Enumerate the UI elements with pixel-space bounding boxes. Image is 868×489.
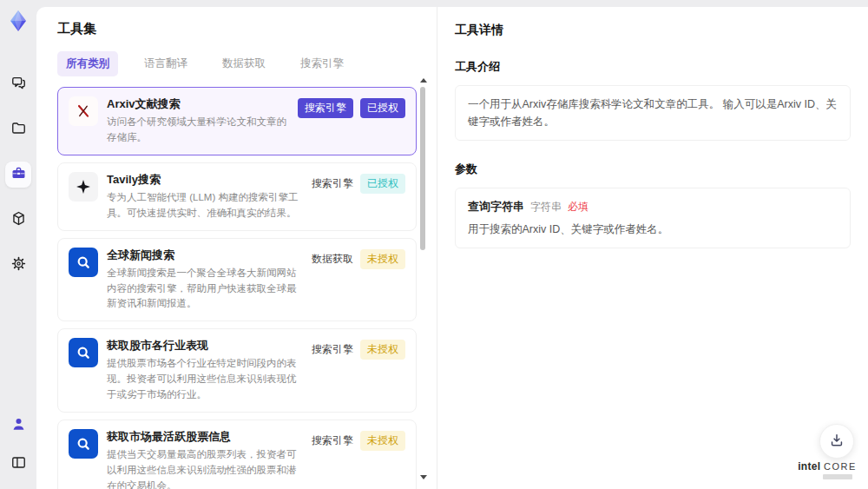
toolbox-icon — [10, 165, 27, 184]
param-type: 字符串 — [530, 200, 562, 215]
tool-details-title: 工具详情 — [455, 23, 851, 38]
tavily-star-icon — [69, 172, 98, 202]
tool-desc: 全球新闻搜索是一个聚合全球各大新闻网站内容的搜索引擎，帮助用户快速获取全球最新资… — [107, 266, 303, 312]
param-name: 查询字符串 — [468, 199, 524, 215]
tool-list-panel: 工具集 所有类别 语言翻译 数据获取 搜索引擎 Arxiv文献搜索 访问各个研究… — [36, 7, 437, 489]
tab-language-translation[interactable]: 语言翻译 — [135, 51, 196, 76]
package-icon — [10, 210, 27, 229]
sidebar-item-profile[interactable] — [5, 413, 31, 439]
tab-search-engine[interactable]: 搜索引擎 — [292, 51, 352, 76]
tool-name: 获取市场最活跃股票信息 — [107, 429, 303, 445]
params-section-title: 参数 — [455, 162, 851, 177]
category-tag: 搜索引擎 — [312, 431, 353, 451]
sidebar-item-settings[interactable] — [5, 252, 31, 278]
category-tag: 搜索引擎 — [312, 174, 353, 194]
tool-desc: 访问各个研究领域大量科学论文和文章的存储库。 — [107, 115, 289, 146]
tool-desc: 提供股票市场各个行业在特定时间段内的表现。投资者可以利用这些信息来识别表现优于或… — [107, 356, 303, 402]
status-badge: 未授权 — [360, 340, 405, 360]
category-tag: 数据获取 — [312, 249, 353, 269]
tool-card-tavily[interactable]: Tavily搜索 专为人工智能代理 (LLM) 构建的搜索引擎工具。可快速提供实… — [57, 162, 417, 231]
tool-list: Arxiv文献搜索 访问各个研究领域大量科学论文和文章的存储库。 搜索引擎 已授… — [57, 87, 417, 489]
category-tag: 搜索引擎 — [312, 340, 353, 360]
intro-section-title: 工具介绍 — [455, 59, 851, 75]
list-scrollbar[interactable] — [419, 78, 426, 479]
category-tag: 搜索引擎 — [298, 98, 353, 118]
news-search-icon — [69, 248, 98, 277]
tool-card-global-news[interactable]: 全球新闻搜索 全球新闻搜索是一个聚合全球各大新闻网站内容的搜索引擎，帮助用户快速… — [57, 238, 417, 322]
download-button[interactable] — [819, 424, 854, 459]
sidebar-item-chat[interactable] — [5, 71, 31, 97]
content-card: 工具集 所有类别 语言翻译 数据获取 搜索引擎 Arxiv文献搜索 访问各个研究… — [36, 7, 868, 489]
tool-name: Tavily搜索 — [107, 172, 303, 188]
status-badge: 未授权 — [360, 249, 405, 269]
tool-name: 全球新闻搜索 — [107, 248, 303, 263]
page-title: 工具集 — [57, 21, 437, 37]
sidebar-item-packages[interactable] — [5, 207, 31, 233]
tool-name: 获取股市各行业表现 — [107, 338, 303, 354]
tool-card-active-stocks[interactable]: 获取市场最活跃股票信息 提供当天交易量最高的股票列表，投资者可以利用这些信息来识… — [57, 420, 417, 489]
tool-desc: 提供当天交易量最高的股票列表，投资者可以利用这些信息来识别流动性强的股票和潜在的… — [107, 447, 303, 489]
chat-icon — [10, 75, 27, 94]
tool-card-stock-sectors[interactable]: 获取股市各行业表现 提供股票市场各个行业在特定时间段内的表现。投资者可以利用这些… — [57, 328, 417, 413]
tab-data-fetching[interactable]: 数据获取 — [214, 51, 274, 76]
arxiv-logo-icon — [69, 96, 98, 126]
download-icon — [828, 432, 845, 452]
scroll-down-arrow[interactable] — [420, 475, 427, 479]
intro-text: 一个用于从Arxiv存储库搜索科学论文和文章的工具。 输入可以是Arxiv ID… — [455, 85, 851, 141]
scroll-up-arrow[interactable] — [420, 78, 427, 83]
scrollbar-thumb[interactable] — [420, 87, 425, 250]
app-logo-icon — [6, 9, 30, 33]
status-badge: 已授权 — [360, 174, 405, 194]
folder-icon — [10, 120, 27, 139]
param-desc: 用于搜索的Arxiv ID、关键字或作者姓名。 — [468, 222, 838, 237]
status-badge: 未授权 — [360, 431, 405, 451]
tool-details-panel: 工具详情 工具介绍 一个用于从Arxiv存储库搜索科学论文和文章的工具。 输入可… — [437, 7, 868, 489]
left-rail — [0, 0, 36, 489]
active-stocks-icon — [69, 429, 98, 459]
sidebar-item-collapse[interactable] — [5, 451, 31, 477]
user-icon — [10, 416, 27, 435]
sidebar-item-tools[interactable] — [5, 162, 31, 188]
category-tabs: 所有类别 语言翻译 数据获取 搜索引擎 — [57, 51, 437, 76]
core-wordmark: core — [824, 461, 857, 472]
tool-card-arxiv[interactable]: Arxiv文献搜索 访问各个研究领域大量科学论文和文章的存储库。 搜索引擎 已授… — [57, 87, 417, 155]
param-card: 查询字符串 字符串 必填 用于搜索的Arxiv ID、关键字或作者姓名。 — [455, 188, 851, 248]
panel-toggle-icon — [10, 454, 27, 473]
intel-core-sub-badge — [823, 474, 852, 479]
intel-wordmark: intel — [798, 460, 820, 472]
param-required-badge: 必填 — [568, 200, 589, 215]
intel-core-logo: intel core — [797, 460, 858, 479]
status-badge: 已授权 — [360, 98, 405, 118]
gear-icon — [10, 255, 27, 274]
sidebar-item-files[interactable] — [5, 116, 31, 142]
tool-name: Arxiv文献搜索 — [107, 96, 289, 112]
tab-all-categories[interactable]: 所有类别 — [57, 51, 118, 76]
tool-desc: 专为人工智能代理 (LLM) 构建的搜索引擎工具。可快速提供实时、准确和真实的结… — [107, 190, 303, 221]
stock-sector-icon — [69, 338, 98, 367]
